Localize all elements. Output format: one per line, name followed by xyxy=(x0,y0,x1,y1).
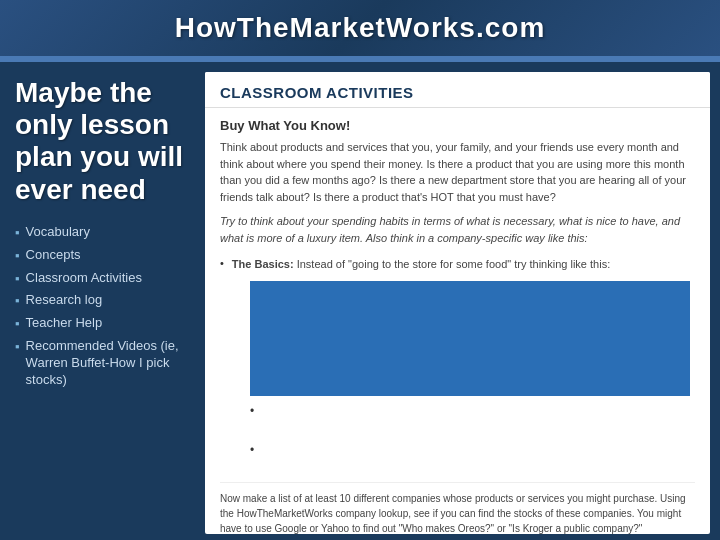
small-bullet-2 xyxy=(250,443,695,457)
document-panel: CLASSROOM ACTIVITIES Buy What You Know! … xyxy=(205,72,710,534)
bullet-icon: • xyxy=(220,257,224,273)
main-content: Maybe the only lesson plan you will ever… xyxy=(0,62,720,540)
small-bullets-section xyxy=(250,404,695,457)
bullet-content: Instead of "going to the store for some … xyxy=(297,258,611,270)
paragraph-2: Try to think about your spending habits … xyxy=(220,213,695,246)
nav-item-teacher[interactable]: Teacher Help xyxy=(15,315,190,333)
paragraph-1: Think about products and services that y… xyxy=(220,139,695,205)
section-heading: Buy What You Know! xyxy=(220,118,695,133)
content-image xyxy=(250,281,690,396)
nav-item-vocabulary[interactable]: Vocabulary xyxy=(15,224,190,242)
bullet-text: The Basics: Instead of "going to the sto… xyxy=(232,256,610,273)
small-bullet-1 xyxy=(250,404,695,418)
bullet-item: • The Basics: Instead of "going to the s… xyxy=(220,256,695,273)
site-title: HowTheMarketWorks.com xyxy=(0,12,720,44)
nav-list: Vocabulary Concepts Classroom Activities… xyxy=(15,224,190,394)
page-header: HowTheMarketWorks.com xyxy=(0,0,720,59)
bullet-label: The Basics: xyxy=(232,258,294,270)
nav-item-videos[interactable]: Recommended Videos (ie, Warren Buffet-Ho… xyxy=(15,338,190,389)
doc-title: CLASSROOM ACTIVITIES xyxy=(220,84,695,101)
footer-paragraph: Now make a list of at least 10 different… xyxy=(220,482,695,535)
nav-item-research[interactable]: Research log xyxy=(15,292,190,310)
nav-item-concepts[interactable]: Concepts xyxy=(15,247,190,265)
nav-item-classroom[interactable]: Classroom Activities xyxy=(15,270,190,288)
left-panel: Maybe the only lesson plan you will ever… xyxy=(0,62,205,540)
doc-header: CLASSROOM ACTIVITIES xyxy=(205,72,710,108)
tagline: Maybe the only lesson plan you will ever… xyxy=(15,77,190,206)
doc-body: Buy What You Know! Think about products … xyxy=(205,108,710,534)
